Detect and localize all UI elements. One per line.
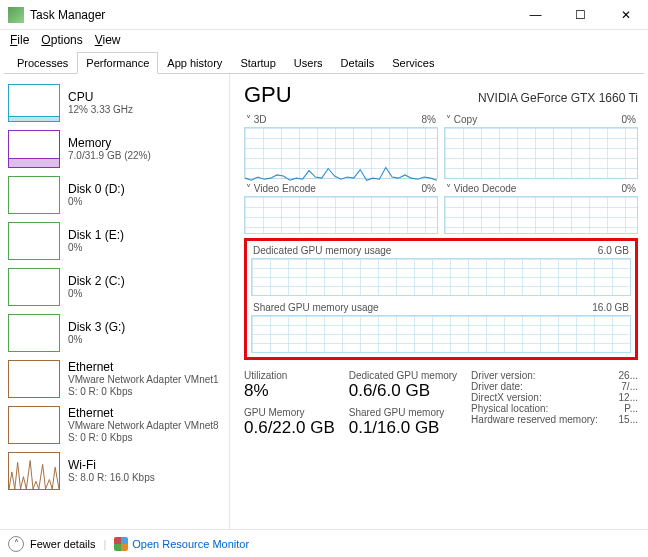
resource-monitor-icon bbox=[114, 537, 128, 551]
footer: ˄ Fewer details | Open Resource Monitor bbox=[0, 529, 648, 557]
tab-users[interactable]: Users bbox=[285, 52, 332, 74]
disk-mini-chart bbox=[8, 176, 60, 214]
close-button[interactable]: ✕ bbox=[603, 0, 648, 30]
tab-app-history[interactable]: App history bbox=[158, 52, 231, 74]
sidebar: CPU 12% 3.33 GHz Memory 7.0/31.9 GB (22%… bbox=[0, 74, 230, 529]
sidebar-label: CPU bbox=[68, 90, 133, 104]
chart-dedicated-mem[interactable]: Dedicated GPU memory usage6.0 GB bbox=[251, 245, 631, 296]
sidebar-item-disk2[interactable]: Disk 2 (C:)0% bbox=[4, 264, 229, 310]
sidebar-item-disk1[interactable]: Disk 1 (E:)0% bbox=[4, 218, 229, 264]
chart-3d[interactable]: 3D8% bbox=[244, 114, 438, 179]
tab-details[interactable]: Details bbox=[332, 52, 384, 74]
sidebar-item-cpu[interactable]: CPU 12% 3.33 GHz bbox=[4, 80, 229, 126]
sidebar-item-eth1[interactable]: EthernetVMware Network Adapter VMnet1S: … bbox=[4, 356, 229, 402]
maximize-button[interactable]: ☐ bbox=[558, 0, 603, 30]
wifi-mini-chart bbox=[8, 452, 60, 490]
gpu-name: NVIDIA GeForce GTX 1660 Ti bbox=[478, 91, 638, 105]
gpu-panel: GPU NVIDIA GeForce GTX 1660 Ti 3D8% Copy… bbox=[230, 74, 648, 529]
gpu-stats: Utilization 8% GPU Memory 0.6/22.0 GB De… bbox=[244, 370, 638, 444]
memory-mini-chart bbox=[8, 130, 60, 168]
sidebar-item-disk3[interactable]: Disk 3 (G:)0% bbox=[4, 310, 229, 356]
minimize-button[interactable]: — bbox=[513, 0, 558, 30]
cpu-mini-chart bbox=[8, 84, 60, 122]
tabbar: Processes Performance App history Startu… bbox=[4, 50, 644, 74]
menu-options[interactable]: Options bbox=[35, 31, 88, 49]
annotation-highlight: Dedicated GPU memory usage6.0 GB Shared … bbox=[244, 238, 638, 360]
tab-services[interactable]: Services bbox=[383, 52, 443, 74]
tab-processes[interactable]: Processes bbox=[8, 52, 77, 74]
chevron-up-icon[interactable]: ˄ bbox=[8, 536, 24, 552]
sidebar-item-eth2[interactable]: EthernetVMware Network Adapter VMnet8S: … bbox=[4, 402, 229, 448]
open-resource-monitor-link[interactable]: Open Resource Monitor bbox=[132, 538, 249, 550]
sidebar-item-wifi[interactable]: Wi-FiS: 8.0 R: 16.0 Kbps bbox=[4, 448, 229, 494]
menu-file[interactable]: File bbox=[4, 31, 35, 49]
window-title: Task Manager bbox=[30, 8, 105, 22]
chart-copy[interactable]: Copy0% bbox=[444, 114, 638, 179]
sidebar-item-disk0[interactable]: Disk 0 (D:)0% bbox=[4, 172, 229, 218]
tab-startup[interactable]: Startup bbox=[231, 52, 284, 74]
menu-view[interactable]: View bbox=[89, 31, 127, 49]
menubar: File Options View bbox=[0, 30, 648, 50]
titlebar: Task Manager — ☐ ✕ bbox=[0, 0, 648, 30]
panel-title: GPU bbox=[244, 82, 292, 108]
tab-performance[interactable]: Performance bbox=[77, 52, 158, 74]
chart-shared-mem[interactable]: Shared GPU memory usage16.0 GB bbox=[251, 302, 631, 353]
sidebar-item-memory[interactable]: Memory 7.0/31.9 GB (22%) bbox=[4, 126, 229, 172]
chart-video-encode[interactable]: Video Encode0% bbox=[244, 183, 438, 234]
app-icon bbox=[8, 7, 24, 23]
chart-video-decode[interactable]: Video Decode0% bbox=[444, 183, 638, 234]
fewer-details-link[interactable]: Fewer details bbox=[30, 538, 95, 550]
